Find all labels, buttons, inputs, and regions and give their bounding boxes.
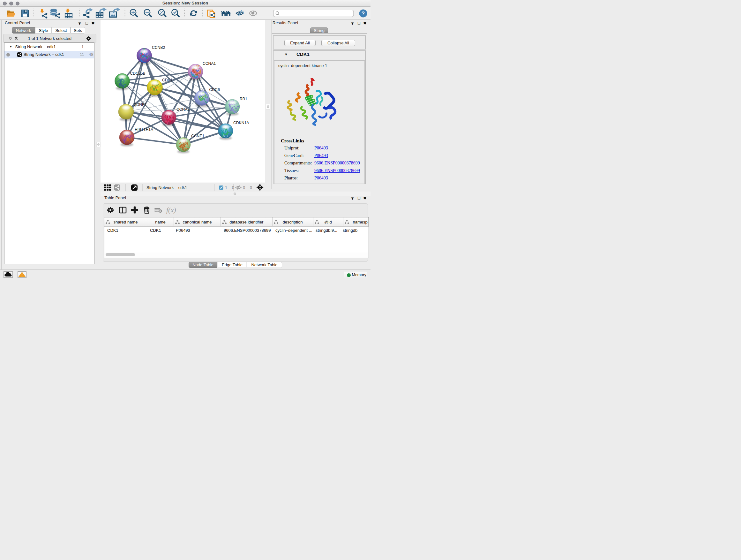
svg-text:String Network – cdk1: String Network – cdk1 [146, 185, 187, 190]
svg-text:0 – 0: 0 – 0 [243, 185, 252, 190]
svg-text:f(x): f(x) [166, 206, 176, 214]
svg-text:?: ? [361, 10, 365, 17]
svg-text:HIST1H1A: HIST1H1A [135, 127, 153, 132]
svg-text:CDC6: CDC6 [209, 87, 220, 92]
svg-text:CCNB2: CCNB2 [152, 45, 165, 50]
svg-text:RB1: RB1 [240, 97, 247, 101]
svg-text:CDKN1A: CDKN1A [233, 121, 249, 125]
svg-text:CCNB1: CCNB1 [134, 103, 147, 107]
svg-text:CCNE1: CCNE1 [191, 134, 205, 138]
svg-text:CDK1: CDK1 [162, 78, 173, 82]
svg-text:CCNA1: CCNA1 [203, 61, 216, 66]
svg-text:CCNA2: CCNA2 [177, 107, 190, 112]
svg-text:CDC25B: CDC25B [130, 71, 145, 76]
svg-text:1 – 0: 1 – 0 [225, 185, 234, 190]
